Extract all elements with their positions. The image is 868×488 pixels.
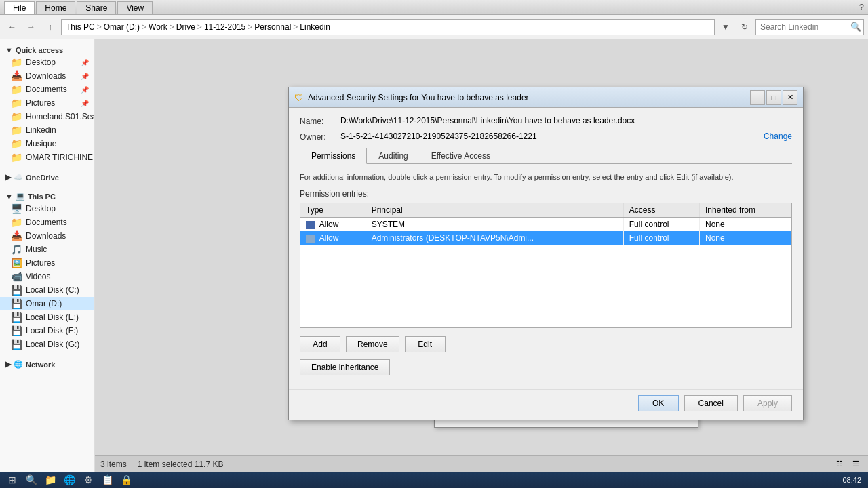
- breadcrumb-linkedin[interactable]: Linkedin: [300, 22, 330, 32]
- search-button[interactable]: 🔍: [850, 22, 861, 32]
- forward-button[interactable]: →: [23, 19, 39, 35]
- refresh-button[interactable]: ↻: [736, 19, 753, 35]
- back-button[interactable]: ←: [4, 19, 20, 35]
- sidebar-item-label: Downloads: [26, 231, 66, 241]
- dialog-footer: OK Cancel Apply: [289, 389, 803, 420]
- menu-file[interactable]: File: [4, 1, 35, 14]
- enable-inheritance-button[interactable]: Enable inheritance: [300, 359, 390, 375]
- user-group-icon: [306, 235, 315, 243]
- sidebar-section-thispc[interactable]: ▼ 💻 This PC: [0, 189, 94, 202]
- sidebar-item-localdisk-e[interactable]: 💾 Local Disk (E:): [0, 310, 94, 324]
- disk-icon: 💾: [11, 285, 22, 296]
- menu-home[interactable]: Home: [36, 1, 75, 14]
- sidebar-item-omar-d[interactable]: 💾 Omar (D:): [0, 297, 94, 310]
- tab-permissions[interactable]: Permissions: [300, 148, 367, 164]
- sidebar-item-music-pc[interactable]: 🎵 Music: [0, 243, 94, 256]
- sidebar-item-label: Pictures: [26, 258, 55, 268]
- sidebar-item-label: Omar (D:): [26, 299, 62, 308]
- breadcrumb-personnal[interactable]: Personnal: [254, 22, 291, 32]
- search-input[interactable]: [755, 19, 864, 35]
- sidebar-item-desktop-quick[interactable]: 📁 Desktop 📌: [0, 56, 94, 69]
- perm-access: Full control: [623, 231, 699, 245]
- perm-principal: Administrators (DESKTOP-NTAVP5N\Admi...: [366, 231, 623, 245]
- add-button[interactable]: Add: [300, 336, 340, 352]
- up-button[interactable]: ↑: [42, 19, 58, 35]
- sidebar-item-documents-pc[interactable]: 📁 Documents: [0, 216, 94, 229]
- remove-button[interactable]: Remove: [346, 336, 399, 352]
- thispc-expand-icon: ▼: [5, 192, 13, 201]
- breadcrumb-omar[interactable]: Omar (D:): [104, 22, 140, 32]
- onedrive-expand-icon: ▶: [5, 173, 11, 182]
- network-label: Network: [26, 361, 55, 369]
- help-icon[interactable]: ?: [859, 2, 864, 12]
- owner-label: Owner:: [300, 131, 340, 142]
- sidebar-item-localdisk-f[interactable]: 💾 Local Disk (F:): [0, 324, 94, 338]
- pin-icon: 📌: [81, 100, 89, 107]
- breadcrumb-thispc[interactable]: This PC: [66, 22, 95, 32]
- thispc-label: This PC: [28, 192, 56, 201]
- sidebar-item-label: Pictures: [26, 98, 55, 108]
- sidebar-item-downloads-quick[interactable]: 📥 Downloads 📌: [0, 69, 94, 83]
- change-link[interactable]: Change: [764, 131, 792, 141]
- sidebar-item-desktop-pc[interactable]: 🖥️ Desktop: [0, 202, 94, 216]
- breadcrumb-work[interactable]: Work: [149, 22, 167, 32]
- apply-button[interactable]: Apply: [743, 395, 792, 411]
- disk-icon: 💾: [11, 339, 22, 350]
- menu-share[interactable]: Share: [77, 1, 116, 14]
- taskbar-explorer[interactable]: 📁: [41, 472, 60, 487]
- col-inherited: Inherited from: [699, 203, 791, 218]
- pin-icon: 📌: [81, 73, 89, 80]
- sidebar-item-label: Downloads: [26, 71, 66, 81]
- sidebar-item-linkedin-quick[interactable]: 📁 Linkedin: [0, 123, 94, 137]
- tab-auditing[interactable]: Auditing: [367, 148, 419, 164]
- perm-row-admin[interactable]: Allow Administrators (DESKTOP-NTAVP5N\Ad…: [300, 231, 791, 245]
- breadcrumb-date[interactable]: 11-12-2015: [204, 22, 245, 32]
- sidebar-item-musique[interactable]: 📁 Musique: [0, 137, 94, 150]
- security-settings-dialog: 🛡 Advanced Security Settings for You hav…: [288, 87, 804, 420]
- sidebar-section-quickaccess[interactable]: ▼ Quick access: [0, 43, 94, 56]
- pin-icon: 📌: [81, 59, 89, 66]
- perm-table-container: Type Principal Access Inherited from: [300, 203, 792, 328]
- dialog-minimize-button[interactable]: −: [750, 90, 765, 105]
- quickaccess-expand-icon: ▼: [5, 46, 13, 54]
- taskbar-app3[interactable]: 🔒: [117, 472, 136, 487]
- sidebar-item-homeland[interactable]: 📁 Homeland.S01.Seas: [0, 110, 94, 123]
- dialog-close-button[interactable]: ✕: [783, 90, 797, 105]
- dialog-title-icon: 🛡: [294, 92, 304, 103]
- address-path[interactable]: This PC > Omar (D:) > Work > Drive > 11-…: [61, 19, 715, 35]
- menu-view[interactable]: View: [117, 1, 153, 14]
- col-access: Access: [623, 203, 699, 218]
- taskbar-search[interactable]: 🔍: [22, 472, 41, 487]
- menu-bar: File Home Share View ?: [0, 0, 868, 15]
- network-expand-icon: ▶: [5, 360, 11, 369]
- edit-button[interactable]: Edit: [405, 336, 446, 352]
- disk-icon: 💾: [11, 312, 22, 323]
- perm-row-system[interactable]: Allow SYSTEM Full control None: [300, 218, 791, 232]
- sidebar-section-onedrive[interactable]: ▶ ☁️ OneDrive: [0, 170, 94, 183]
- start-button[interactable]: ⊞: [3, 472, 22, 487]
- sidebar-item-omar-tirichine[interactable]: 📁 OMAR TIRICHINE: [0, 150, 94, 164]
- menu-tabs: File Home Share View: [4, 0, 154, 14]
- taskbar-chrome[interactable]: 🌐: [60, 472, 79, 487]
- taskbar-app2[interactable]: 📋: [98, 472, 117, 487]
- disk-icon: 💾: [11, 298, 22, 309]
- sidebar-item-localdisk-g[interactable]: 💾 Local Disk (G:): [0, 338, 94, 351]
- sidebar-section-network[interactable]: ▶ 🌐 Network: [0, 357, 94, 370]
- quickaccess-label: Quick access: [16, 46, 63, 54]
- sidebar-item-label: Musique: [26, 139, 56, 148]
- dropdown-button[interactable]: ▼: [717, 19, 734, 35]
- cancel-button[interactable]: Cancel: [684, 395, 738, 411]
- pin-icon: 📌: [81, 86, 89, 94]
- taskbar-app1[interactable]: ⚙: [79, 472, 98, 487]
- sidebar-item-pictures-quick[interactable]: 📁 Pictures 📌: [0, 96, 94, 110]
- sidebar-item-localdisk-c[interactable]: 💾 Local Disk (C:): [0, 283, 94, 297]
- breadcrumb-drive[interactable]: Drive: [176, 22, 195, 32]
- taskbar: ⊞ 🔍 📁 🌐 ⚙ 📋 🔒 08:42: [0, 472, 868, 488]
- dialog-maximize-button[interactable]: □: [766, 90, 781, 105]
- sidebar-item-documents-quick[interactable]: 📁 Documents 📌: [0, 83, 94, 96]
- sidebar-item-videos-pc[interactable]: 📹 Videos: [0, 270, 94, 283]
- sidebar-item-downloads-pc[interactable]: 📥 Downloads: [0, 229, 94, 243]
- sidebar-item-pictures-pc[interactable]: 🖼️ Pictures: [0, 256, 94, 270]
- tab-effective-access[interactable]: Effective Access: [420, 148, 502, 164]
- ok-button[interactable]: OK: [638, 395, 679, 411]
